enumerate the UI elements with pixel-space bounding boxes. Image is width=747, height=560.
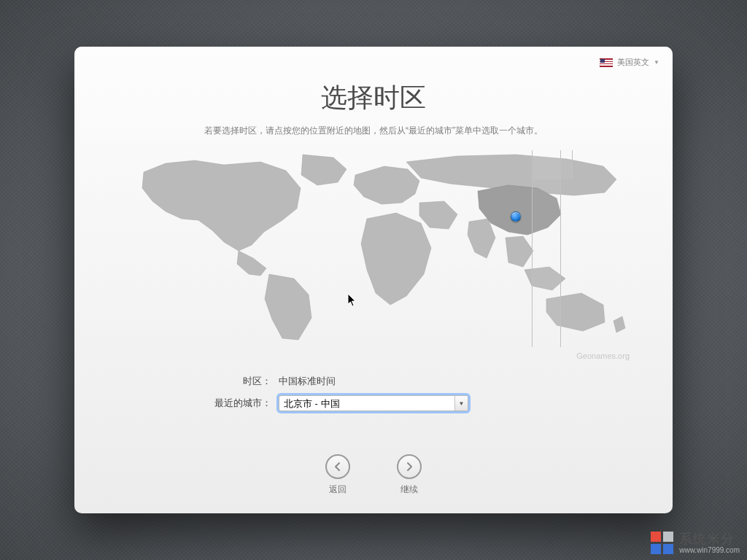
world-map[interactable]: Geonames.org: [115, 150, 632, 347]
language-label: 美国英文: [617, 57, 649, 68]
arrow-left-icon: [325, 454, 350, 479]
world-map-svg: [115, 150, 632, 347]
continue-label: 继续: [400, 483, 418, 496]
arrow-right-icon: [397, 454, 422, 479]
back-button[interactable]: 返回: [325, 454, 350, 496]
timezone-value: 中国标准时间: [279, 375, 468, 388]
map-attribution: Geonames.org: [576, 351, 630, 360]
city-field-label: 最近的城市：: [96, 397, 279, 410]
chevron-down-icon: ▼: [654, 59, 659, 66]
nearest-city-value: 北京市 - 中国: [279, 396, 454, 411]
watermark: 系统米分 www.win7999.com: [651, 532, 740, 554]
back-label: 返回: [329, 483, 347, 496]
language-picker[interactable]: 美国英文 ▼: [600, 57, 659, 68]
continue-button[interactable]: 继续: [397, 454, 422, 496]
nearest-city-combobox[interactable]: 北京市 - 中国 ▼: [279, 395, 468, 411]
watermark-url: www.win7999.com: [679, 547, 740, 554]
timezone-form: 时区： 中国标准时间 最近的城市： 北京市 - 中国 ▼: [96, 375, 651, 411]
flag-us-icon: [600, 58, 613, 67]
watermark-logo-icon: [651, 532, 673, 554]
setup-panel: 美国英文 ▼ 选择时区 若要选择时区，请点按您的位置附近的地图，然后从“最近的城…: [74, 47, 673, 513]
nav-buttons: 返回 继续: [96, 454, 651, 499]
location-pin-icon: [511, 211, 521, 222]
chevron-down-icon[interactable]: ▼: [454, 396, 468, 411]
watermark-brand: 系统米分: [679, 532, 740, 545]
timezone-field-label: 时区：: [96, 375, 279, 388]
page-title: 选择时区: [96, 80, 651, 116]
page-subtitle: 若要选择时区，请点按您的位置附近的地图，然后从“最近的城市”菜单中选取一个城市。: [96, 125, 651, 137]
